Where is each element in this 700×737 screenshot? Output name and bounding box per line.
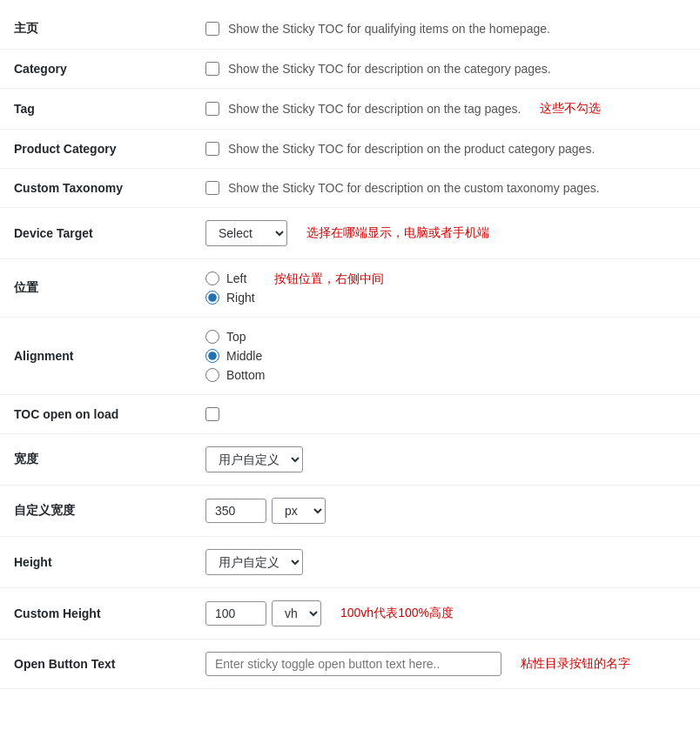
control-alignment: Top Middle Bottom (192, 318, 700, 395)
control-position: Left Right 按钮位置，右侧中间 (192, 259, 700, 318)
control-toc-open-on-load (192, 395, 700, 434)
radio-bottom[interactable] (205, 368, 219, 382)
label-custom-width: 自定义宽度 (0, 486, 192, 537)
annotation-open-button-text: 粘性目录按钮的名字 (521, 656, 630, 672)
label-custom-height: Custom Height (0, 588, 192, 640)
checkbox-homepage[interactable] (205, 22, 219, 36)
radio-top[interactable] (205, 330, 219, 344)
control-product-category: Show the Sticky TOC for description on t… (192, 130, 700, 169)
select-height[interactable]: 用户自定义AutoFull (205, 549, 303, 575)
select-width[interactable]: 用户自定义AutoFull (205, 446, 303, 472)
checkbox-toc-open-on-load[interactable] (205, 407, 219, 421)
text-input-open-button-text[interactable] (205, 652, 501, 676)
label-custom-taxonomy: Custom Taxonomy (0, 169, 192, 208)
unit-select-custom-height[interactable]: vhpx% (272, 600, 321, 626)
radio-group-position: Left Right (205, 271, 255, 305)
radio-label-top[interactable]: Top (205, 330, 265, 344)
label-device-target: Device Target (0, 208, 192, 259)
annotation-tag: 这些不勾选 (540, 101, 601, 117)
annotation-device-target: 选择在哪端显示，电脑或者手机端 (306, 225, 489, 241)
annotation-position: 按钮位置，右侧中间 (274, 271, 384, 287)
label-position: 位置 (0, 259, 192, 318)
row-tag: Tag Show the Sticky TOC for description … (0, 89, 700, 130)
checkbox-product-category[interactable] (205, 142, 219, 156)
label-toc-open-on-load: TOC open on load (0, 395, 192, 434)
control-category: Show the Sticky TOC for description on t… (192, 50, 700, 89)
control-open-button-text: 粘性目录按钮的名字 (192, 640, 700, 689)
label-width: 宽度 (0, 434, 192, 486)
description-product-category: Show the Sticky TOC for description on t… (228, 142, 595, 156)
row-custom-height: Custom Height vhpx% 100vh代表100%高度 (0, 588, 700, 640)
row-product-category: Product Category Show the Sticky TOC for… (0, 130, 700, 169)
label-open-button-text: Open Button Text (0, 640, 192, 689)
control-device-target: SelectDesktopMobileBoth 选择在哪端显示，电脑或者手机端 (192, 208, 700, 259)
radio-label-right[interactable]: Right (205, 291, 255, 305)
radio-text-right: Right (226, 291, 255, 305)
control-custom-width: px%em (192, 486, 700, 537)
control-width: 用户自定义AutoFull (192, 434, 700, 486)
description-homepage: Show the Sticky TOC for qualifying items… (228, 22, 550, 36)
number-unit-custom-width: px%em (205, 498, 326, 524)
radio-text-middle: Middle (226, 349, 262, 363)
settings-table: 主页 Show the Sticky TOC for qualifying it… (0, 9, 700, 689)
radio-label-middle[interactable]: Middle (205, 349, 265, 363)
number-input-custom-height[interactable] (205, 601, 266, 626)
row-height: Height 用户自定义AutoFull (0, 537, 700, 588)
label-height: Height (0, 537, 192, 588)
annotation-custom-height: 100vh代表100%高度 (340, 606, 454, 621)
select-device-target[interactable]: SelectDesktopMobileBoth (205, 220, 287, 246)
label-product-category: Product Category (0, 130, 192, 169)
description-tag: Show the Sticky TOC for description on t… (228, 102, 521, 116)
control-custom-taxonomy: Show the Sticky TOC for description on t… (192, 169, 700, 208)
unit-select-custom-width[interactable]: px%em (272, 498, 326, 524)
checkbox-tag[interactable] (205, 102, 219, 116)
control-height: 用户自定义AutoFull (192, 537, 700, 588)
description-category: Show the Sticky TOC for description on t… (228, 62, 551, 76)
row-custom-taxonomy: Custom Taxonomy Show the Sticky TOC for … (0, 169, 700, 208)
radio-group-alignment: Top Middle Bottom (205, 330, 265, 382)
radio-label-left[interactable]: Left (205, 271, 255, 285)
row-toc-open-on-load: TOC open on load (0, 395, 700, 434)
row-alignment: Alignment Top Middle Bottom (0, 318, 700, 395)
row-custom-width: 自定义宽度 px%em (0, 486, 700, 537)
row-device-target: Device Target SelectDesktopMobileBoth 选择… (0, 208, 700, 259)
checkbox-category[interactable] (205, 62, 219, 76)
row-homepage: 主页 Show the Sticky TOC for qualifying it… (0, 9, 700, 50)
radio-text-top: Top (226, 330, 246, 344)
radio-right[interactable] (205, 291, 219, 305)
number-unit-custom-height: vhpx% (205, 600, 321, 626)
row-open-button-text: Open Button Text 粘性目录按钮的名字 (0, 640, 700, 689)
row-position: 位置 Left Right 按钮位置，右侧中间 (0, 259, 700, 318)
radio-text-left: Left (226, 271, 246, 285)
label-tag: Tag (0, 89, 192, 130)
control-tag: Show the Sticky TOC for description on t… (192, 89, 700, 130)
row-width: 宽度 用户自定义AutoFull (0, 434, 700, 486)
label-homepage: 主页 (0, 9, 192, 50)
control-homepage: Show the Sticky TOC for qualifying items… (192, 9, 700, 50)
radio-text-bottom: Bottom (226, 368, 265, 382)
number-input-custom-width[interactable] (205, 499, 266, 523)
radio-left[interactable] (205, 271, 219, 285)
radio-middle[interactable] (205, 349, 219, 363)
control-custom-height: vhpx% 100vh代表100%高度 (192, 588, 700, 640)
description-custom-taxonomy: Show the Sticky TOC for description on t… (228, 181, 600, 195)
row-category: Category Show the Sticky TOC for descrip… (0, 50, 700, 89)
label-alignment: Alignment (0, 318, 192, 395)
radio-label-bottom[interactable]: Bottom (205, 368, 265, 382)
checkbox-custom-taxonomy[interactable] (205, 181, 219, 195)
label-category: Category (0, 50, 192, 89)
